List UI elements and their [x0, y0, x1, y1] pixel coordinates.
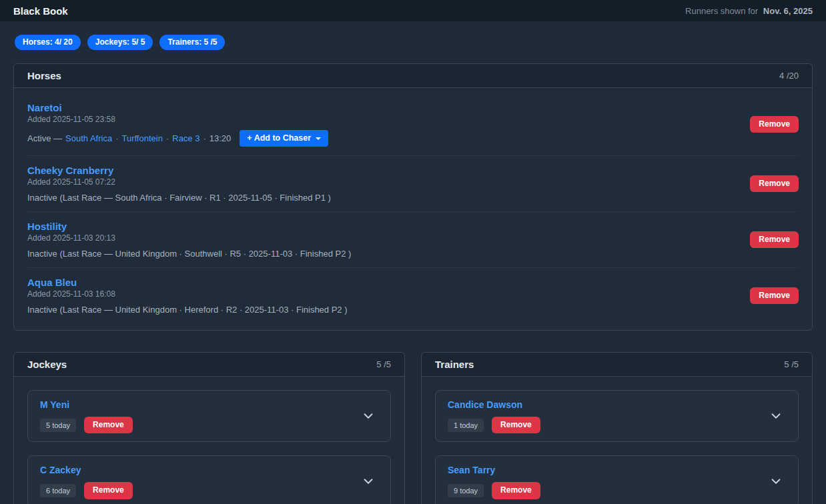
remove-horse-button[interactable]: Remove — [750, 287, 799, 304]
trainer-item[interactable]: Candice Dawson 1 today Remove — [435, 390, 799, 442]
horse-row: Hostility Added 2025-11-03 20:13 Inactiv… — [27, 212, 799, 268]
horses-card-header: Horses 4 /20 — [14, 64, 812, 88]
remove-trainer-button[interactable]: Remove — [492, 417, 540, 433]
horse-added-date: Added 2025-11-03 20:13 — [27, 233, 351, 243]
horse-race-link[interactable]: Race 3 — [172, 133, 199, 143]
jockey-item[interactable]: M Yeni 5 today Remove — [27, 390, 391, 442]
horse-added-date: Added 2025-11-03 16:08 — [27, 289, 348, 299]
separator: · — [166, 133, 169, 143]
horse-info: Aqua Bleu Added 2025-11-03 16:08 Inactiv… — [27, 277, 348, 315]
jockeys-card-header: Jockeys 5 /5 — [14, 353, 404, 377]
horse-status-text: Inactive (Last Race — United Kingdom · H… — [27, 305, 348, 315]
horse-status-text: Inactive (Last Race — United Kingdom · S… — [27, 249, 351, 259]
horse-added-date: Added 2025-11-05 23:58 — [27, 115, 328, 124]
summary-badge-row: Horses: 4/ 20 Jockeys: 5/ 5 Trainers: 5 … — [15, 35, 813, 50]
chevron-down-icon[interactable] — [769, 409, 783, 423]
add-to-chaser-button[interactable]: + Add to Chaser — [240, 130, 328, 147]
remove-jockey-button[interactable]: Remove — [84, 417, 133, 433]
horse-added-date: Added 2025-11-05 07:22 — [27, 177, 331, 187]
horse-info: Hostility Added 2025-11-03 20:13 Inactiv… — [27, 221, 351, 259]
chevron-down-icon[interactable] — [769, 474, 783, 489]
remove-trainer-button[interactable]: Remove — [492, 482, 540, 499]
jockeys-list: M Yeni 5 today Remove C Zackey — [14, 377, 404, 504]
trainers-card: Trainers 5 /5 Candice Dawson 1 today Rem… — [421, 352, 813, 504]
horse-name-link[interactable]: Naretoi — [27, 102, 62, 113]
remove-jockey-button[interactable]: Remove — [84, 482, 133, 499]
horse-name-link[interactable]: Cheeky Cranberry — [27, 165, 113, 176]
trainer-item-main: Candice Dawson 1 today Remove — [448, 399, 540, 433]
jockey-item[interactable]: C Zackey 6 today Remove — [27, 455, 391, 504]
runners-shown-date: Nov. 6, 2025 — [763, 6, 813, 16]
horses-list: Naretoi Added 2025-11-05 23:58 Active — … — [14, 88, 812, 330]
trainers-card-header: Trainers 5 /5 — [422, 353, 812, 377]
trainer-item[interactable]: Sean Tarry 9 today Remove — [435, 455, 799, 504]
today-count-badge: 1 today — [448, 419, 484, 432]
trainer-item-main: Sean Tarry 9 today Remove — [448, 464, 540, 499]
jockeys-card-count: 5 /5 — [376, 359, 391, 369]
horse-status: Inactive (Last Race — United Kingdom · S… — [27, 249, 351, 259]
horse-name-link[interactable]: Hostility — [27, 221, 67, 232]
horse-info: Cheeky Cranberry Added 2025-11-05 07:22 … — [27, 165, 331, 203]
chevron-down-icon[interactable] — [361, 474, 376, 489]
trainer-name-link[interactable]: Sean Tarry — [448, 465, 495, 475]
horse-row: Aqua Bleu Added 2025-11-03 16:08 Inactiv… — [27, 268, 799, 323]
main-content: Horses: 4/ 20 Jockeys: 5/ 5 Trainers: 5 … — [0, 21, 826, 504]
trainer-name-link[interactable]: Candice Dawson — [448, 399, 522, 410]
horses-card: Horses 4 /20 Naretoi Added 2025-11-05 23… — [13, 63, 813, 331]
remove-horse-button[interactable]: Remove — [750, 175, 799, 192]
horse-status-text: Inactive (Last Race — South Africa · Fai… — [27, 193, 331, 203]
trainers-card-count: 5 /5 — [784, 359, 799, 369]
horses-card-title: Horses — [27, 70, 61, 81]
horses-card-count: 4 /20 — [779, 71, 799, 81]
dropdown-caret-icon — [316, 137, 321, 140]
remove-horse-button[interactable]: Remove — [750, 231, 799, 248]
horse-country-link[interactable]: South Africa — [65, 133, 112, 143]
horse-track-link[interactable]: Turffontein — [121, 133, 162, 143]
jockeys-card: Jockeys 5 /5 M Yeni 5 today Remove — [13, 352, 405, 504]
chevron-down-icon[interactable] — [361, 409, 376, 423]
jockeys-count-badge: Jockeys: 5/ 5 — [87, 35, 153, 50]
today-count-badge: 9 today — [448, 484, 484, 497]
app-title: Black Book — [13, 5, 68, 17]
top-bar: Black Book Runners shown for Nov. 6, 202… — [0, 0, 826, 21]
jockey-item-main: C Zackey 6 today Remove — [40, 464, 133, 499]
trainers-list: Candice Dawson 1 today Remove Sean Tarry — [422, 377, 812, 504]
horse-info: Naretoi Added 2025-11-05 23:58 Active — … — [27, 102, 328, 147]
horse-race-time: 13:20 — [210, 133, 232, 143]
horse-status-prefix: Active — — [27, 133, 62, 143]
today-count-badge: 5 today — [40, 419, 76, 432]
horse-status: Inactive (Last Race — South Africa · Fai… — [27, 193, 331, 203]
runners-shown: Runners shown for Nov. 6, 2025 — [685, 6, 813, 16]
jockey-name-link[interactable]: C Zackey — [40, 465, 81, 475]
horse-status: Active — South Africa · Turffontein · Ra… — [27, 130, 328, 147]
bottom-columns: Jockeys 5 /5 M Yeni 5 today Remove — [13, 352, 813, 504]
add-to-chaser-label: + Add to Chaser — [247, 133, 311, 143]
separator: · — [115, 133, 118, 143]
remove-horse-button[interactable]: Remove — [750, 116, 799, 133]
jockeys-card-title: Jockeys — [27, 359, 67, 370]
jockey-name-link[interactable]: M Yeni — [40, 399, 69, 410]
jockey-item-main: M Yeni 5 today Remove — [40, 399, 133, 433]
today-count-badge: 6 today — [40, 484, 76, 497]
trainers-card-title: Trainers — [435, 359, 474, 370]
horse-status: Inactive (Last Race — United Kingdom · H… — [27, 305, 348, 315]
horse-name-link[interactable]: Aqua Bleu — [27, 277, 77, 288]
horse-row: Naretoi Added 2025-11-05 23:58 Active — … — [27, 93, 799, 156]
horse-row: Cheeky Cranberry Added 2025-11-05 07:22 … — [27, 156, 799, 212]
trainers-count-badge: Trainers: 5 /5 — [159, 35, 225, 50]
runners-shown-label: Runners shown for — [685, 6, 758, 16]
horses-count-badge: Horses: 4/ 20 — [15, 35, 81, 50]
separator: · — [203, 133, 205, 143]
